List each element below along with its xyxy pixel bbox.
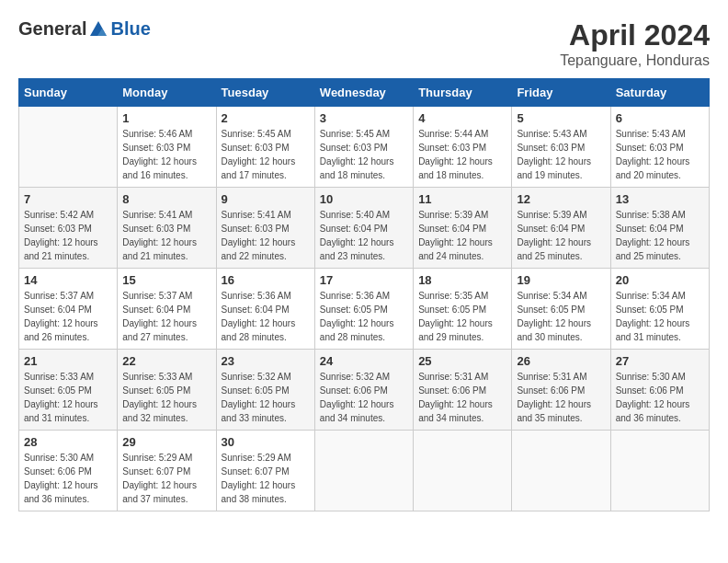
day-number: 26 bbox=[517, 354, 605, 368]
calendar-header-row: SundayMondayTuesdayWednesdayThursdayFrid… bbox=[19, 79, 710, 107]
day-info: Sunrise: 5:42 AMSunset: 6:03 PMDaylight:… bbox=[24, 208, 112, 263]
day-number: 23 bbox=[222, 354, 310, 368]
day-info: Sunrise: 5:32 AMSunset: 6:05 PMDaylight:… bbox=[222, 370, 310, 425]
calendar-cell: 11Sunrise: 5:39 AMSunset: 6:04 PMDayligh… bbox=[414, 188, 512, 269]
calendar-cell bbox=[512, 431, 610, 511]
day-info: Sunrise: 5:33 AMSunset: 6:05 PMDaylight:… bbox=[122, 370, 210, 425]
calendar-cell: 4Sunrise: 5:44 AMSunset: 6:03 PMDaylight… bbox=[414, 107, 512, 188]
calendar-cell: 6Sunrise: 5:43 AMSunset: 6:03 PMDaylight… bbox=[610, 107, 709, 188]
calendar-cell: 19Sunrise: 5:34 AMSunset: 6:05 PMDayligh… bbox=[512, 269, 610, 350]
calendar-cell: 5Sunrise: 5:43 AMSunset: 6:03 PMDaylight… bbox=[512, 107, 610, 188]
calendar-cell: 27Sunrise: 5:30 AMSunset: 6:06 PMDayligh… bbox=[610, 350, 709, 431]
day-number: 9 bbox=[222, 192, 310, 206]
day-number: 19 bbox=[517, 273, 605, 287]
calendar-cell bbox=[314, 431, 413, 511]
day-number: 8 bbox=[122, 192, 210, 206]
calendar-cell: 16Sunrise: 5:36 AMSunset: 6:04 PMDayligh… bbox=[216, 269, 314, 350]
day-info: Sunrise: 5:33 AMSunset: 6:05 PMDaylight:… bbox=[24, 370, 112, 425]
day-info: Sunrise: 5:30 AMSunset: 6:06 PMDaylight:… bbox=[24, 451, 112, 506]
calendar-cell: 18Sunrise: 5:35 AMSunset: 6:05 PMDayligh… bbox=[414, 269, 512, 350]
calendar-cell: 9Sunrise: 5:41 AMSunset: 6:03 PMDaylight… bbox=[216, 188, 314, 269]
day-info: Sunrise: 5:34 AMSunset: 6:05 PMDaylight:… bbox=[616, 289, 704, 344]
day-number: 1 bbox=[122, 111, 210, 125]
calendar-cell: 28Sunrise: 5:30 AMSunset: 6:06 PMDayligh… bbox=[19, 431, 118, 511]
calendar-week-row: 7Sunrise: 5:42 AMSunset: 6:03 PMDaylight… bbox=[19, 188, 710, 269]
day-number: 30 bbox=[222, 435, 310, 449]
day-info: Sunrise: 5:41 AMSunset: 6:03 PMDaylight:… bbox=[222, 208, 310, 263]
day-info: Sunrise: 5:37 AMSunset: 6:04 PMDaylight:… bbox=[24, 289, 112, 344]
calendar-cell bbox=[610, 431, 709, 511]
day-info: Sunrise: 5:46 AMSunset: 6:03 PMDaylight:… bbox=[122, 127, 210, 182]
calendar-cell: 8Sunrise: 5:41 AMSunset: 6:03 PMDaylight… bbox=[118, 188, 216, 269]
calendar-cell bbox=[19, 107, 118, 188]
day-info: Sunrise: 5:31 AMSunset: 6:06 PMDaylight:… bbox=[517, 370, 605, 425]
calendar-table: SundayMondayTuesdayWednesdayThursdayFrid… bbox=[18, 78, 710, 511]
calendar-cell: 23Sunrise: 5:32 AMSunset: 6:05 PMDayligh… bbox=[216, 350, 314, 431]
day-number: 5 bbox=[517, 111, 605, 125]
day-number: 10 bbox=[320, 192, 408, 206]
day-info: Sunrise: 5:41 AMSunset: 6:03 PMDaylight:… bbox=[122, 208, 210, 263]
day-number: 17 bbox=[320, 273, 408, 287]
location-subtitle: Tepanguare, Honduras bbox=[560, 52, 710, 69]
column-header-wednesday: Wednesday bbox=[314, 79, 413, 107]
day-number: 2 bbox=[222, 111, 310, 125]
day-info: Sunrise: 5:35 AMSunset: 6:05 PMDaylight:… bbox=[418, 289, 506, 344]
day-number: 21 bbox=[24, 354, 112, 368]
calendar-cell: 17Sunrise: 5:36 AMSunset: 6:05 PMDayligh… bbox=[314, 269, 413, 350]
month-title: April 2024 bbox=[560, 18, 710, 52]
day-number: 3 bbox=[320, 111, 408, 125]
logo-icon bbox=[88, 19, 108, 40]
calendar-cell: 25Sunrise: 5:31 AMSunset: 6:06 PMDayligh… bbox=[414, 350, 512, 431]
calendar-cell: 15Sunrise: 5:37 AMSunset: 6:04 PMDayligh… bbox=[118, 269, 216, 350]
day-number: 14 bbox=[24, 273, 112, 287]
day-info: Sunrise: 5:44 AMSunset: 6:03 PMDaylight:… bbox=[418, 127, 506, 182]
calendar-cell: 14Sunrise: 5:37 AMSunset: 6:04 PMDayligh… bbox=[19, 269, 118, 350]
day-number: 11 bbox=[418, 192, 506, 206]
column-header-monday: Monday bbox=[118, 79, 216, 107]
day-info: Sunrise: 5:39 AMSunset: 6:04 PMDaylight:… bbox=[418, 208, 506, 263]
day-info: Sunrise: 5:45 AMSunset: 6:03 PMDaylight:… bbox=[320, 127, 408, 182]
column-header-tuesday: Tuesday bbox=[216, 79, 314, 107]
calendar-week-row: 1Sunrise: 5:46 AMSunset: 6:03 PMDaylight… bbox=[19, 107, 710, 188]
day-info: Sunrise: 5:31 AMSunset: 6:06 PMDaylight:… bbox=[418, 370, 506, 425]
day-number: 13 bbox=[616, 192, 704, 206]
calendar-cell: 3Sunrise: 5:45 AMSunset: 6:03 PMDaylight… bbox=[314, 107, 413, 188]
calendar-cell: 13Sunrise: 5:38 AMSunset: 6:04 PMDayligh… bbox=[610, 188, 709, 269]
day-info: Sunrise: 5:43 AMSunset: 6:03 PMDaylight:… bbox=[517, 127, 605, 182]
calendar-cell: 7Sunrise: 5:42 AMSunset: 6:03 PMDaylight… bbox=[19, 188, 118, 269]
logo: General Blue bbox=[18, 18, 151, 40]
day-info: Sunrise: 5:45 AMSunset: 6:03 PMDaylight:… bbox=[222, 127, 310, 182]
day-number: 25 bbox=[418, 354, 506, 368]
day-number: 29 bbox=[122, 435, 210, 449]
day-info: Sunrise: 5:37 AMSunset: 6:04 PMDaylight:… bbox=[122, 289, 210, 344]
column-header-thursday: Thursday bbox=[414, 79, 512, 107]
logo-blue-text: Blue bbox=[110, 18, 150, 40]
day-number: 6 bbox=[616, 111, 704, 125]
calendar-cell: 12Sunrise: 5:39 AMSunset: 6:04 PMDayligh… bbox=[512, 188, 610, 269]
calendar-cell: 21Sunrise: 5:33 AMSunset: 6:05 PMDayligh… bbox=[19, 350, 118, 431]
column-header-sunday: Sunday bbox=[19, 79, 118, 107]
calendar-cell: 29Sunrise: 5:29 AMSunset: 6:07 PMDayligh… bbox=[118, 431, 216, 511]
day-number: 18 bbox=[418, 273, 506, 287]
day-number: 12 bbox=[517, 192, 605, 206]
day-info: Sunrise: 5:29 AMSunset: 6:07 PMDaylight:… bbox=[122, 451, 210, 506]
calendar-week-row: 14Sunrise: 5:37 AMSunset: 6:04 PMDayligh… bbox=[19, 269, 710, 350]
day-number: 24 bbox=[320, 354, 408, 368]
day-number: 27 bbox=[616, 354, 704, 368]
day-number: 28 bbox=[24, 435, 112, 449]
title-block: April 2024 Tepanguare, Honduras bbox=[560, 18, 710, 69]
day-info: Sunrise: 5:30 AMSunset: 6:06 PMDaylight:… bbox=[616, 370, 704, 425]
calendar-cell: 30Sunrise: 5:29 AMSunset: 6:07 PMDayligh… bbox=[216, 431, 314, 511]
calendar-cell: 20Sunrise: 5:34 AMSunset: 6:05 PMDayligh… bbox=[610, 269, 709, 350]
day-number: 20 bbox=[616, 273, 704, 287]
day-number: 4 bbox=[418, 111, 506, 125]
calendar-cell bbox=[414, 431, 512, 511]
page-header: General Blue April 2024 Tepanguare, Hond… bbox=[18, 18, 710, 69]
calendar-week-row: 21Sunrise: 5:33 AMSunset: 6:05 PMDayligh… bbox=[19, 350, 710, 431]
calendar-cell: 24Sunrise: 5:32 AMSunset: 6:06 PMDayligh… bbox=[314, 350, 413, 431]
calendar-cell: 10Sunrise: 5:40 AMSunset: 6:04 PMDayligh… bbox=[314, 188, 413, 269]
column-header-saturday: Saturday bbox=[610, 79, 709, 107]
day-info: Sunrise: 5:43 AMSunset: 6:03 PMDaylight:… bbox=[616, 127, 704, 182]
day-info: Sunrise: 5:38 AMSunset: 6:04 PMDaylight:… bbox=[616, 208, 704, 263]
calendar-cell: 26Sunrise: 5:31 AMSunset: 6:06 PMDayligh… bbox=[512, 350, 610, 431]
